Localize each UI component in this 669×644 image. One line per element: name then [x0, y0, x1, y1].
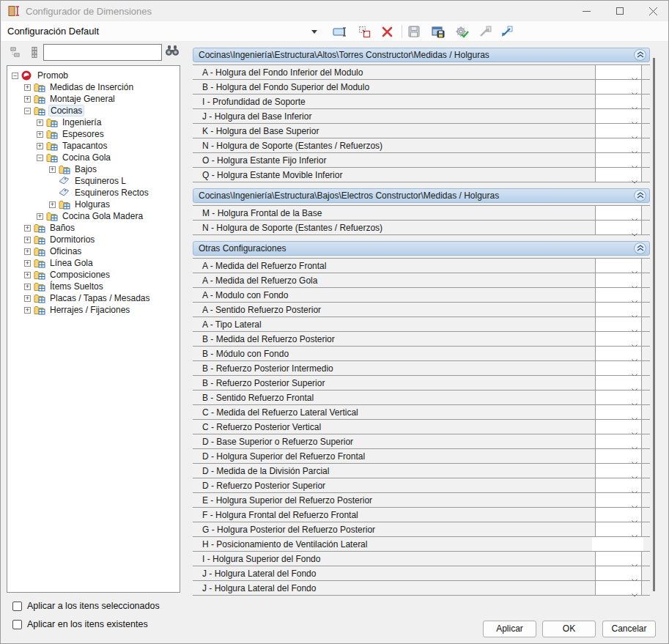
- value-dropdown[interactable]: [595, 317, 642, 331]
- apply-button[interactable]: Aplicar: [483, 621, 536, 637]
- expand-icon[interactable]: +: [24, 307, 31, 314]
- tree-item-esquineros-rectos[interactable]: Esquineros Rectos: [7, 187, 180, 199]
- value-dropdown[interactable]: [595, 508, 642, 522]
- collapse-section-button[interactable]: [634, 243, 646, 254]
- minimize-icon[interactable]: [571, 1, 602, 21]
- expand-icon[interactable]: +: [37, 213, 43, 220]
- scrollbar-thumb[interactable]: [653, 58, 655, 591]
- value-dropdown[interactable]: [595, 303, 642, 317]
- collapse-icon[interactable]: −: [12, 73, 18, 79]
- value-dropdown[interactable]: [595, 552, 642, 566]
- config-dropdown-arrow-icon[interactable]: [306, 24, 322, 39]
- expand-icon[interactable]: +: [24, 237, 31, 243]
- value-dropdown[interactable]: [595, 434, 642, 448]
- tree-item-tapacantos[interactable]: +Tapacantos: [7, 140, 180, 152]
- import-arrow-icon[interactable]: [498, 24, 514, 39]
- value-dropdown[interactable]: [595, 420, 642, 434]
- value-dropdown[interactable]: [595, 478, 642, 492]
- tree-item-cocina-gola-madera[interactable]: +Cocina Gola Madera: [7, 210, 180, 222]
- value-dropdown[interactable]: [595, 206, 642, 220]
- tree-item-promob[interactable]: −Promob: [7, 70, 180, 81]
- value-dropdown[interactable]: [595, 405, 642, 419]
- expand-icon[interactable]: +: [24, 284, 31, 290]
- collapse-icon[interactable]: −: [37, 155, 43, 161]
- value-dropdown[interactable]: [595, 221, 642, 234]
- expand-icon[interactable]: +: [24, 260, 31, 267]
- value-dropdown[interactable]: [595, 288, 642, 302]
- tree-item-ingeniería[interactable]: +Ingeniería: [7, 116, 180, 128]
- checkbox-row-apply-selected[interactable]: Aplicar a los itens seleccionados: [12, 601, 160, 611]
- expand-icon[interactable]: +: [24, 96, 31, 103]
- collapse-icon[interactable]: −: [24, 108, 31, 114]
- tree-item-composiciones[interactable]: +Composiciones: [7, 269, 180, 281]
- cancel-button[interactable]: Cancelar: [602, 621, 656, 637]
- checkbox-icon[interactable]: [12, 620, 22, 629]
- tree-item-esquineros-l[interactable]: Esquineros L: [7, 175, 180, 187]
- gear-check-icon[interactable]: [454, 24, 470, 39]
- value-dropdown[interactable]: [595, 138, 642, 152]
- expand-icon[interactable]: +: [24, 295, 31, 302]
- collapse-all-icon[interactable]: [7, 43, 23, 61]
- value-dropdown[interactable]: [595, 168, 642, 182]
- scrollbar[interactable]: [652, 49, 656, 594]
- tree-item-bajos[interactable]: +Bajos: [7, 163, 180, 175]
- export-arrow-icon[interactable]: [477, 24, 493, 39]
- config-selector[interactable]: Configuración Default: [7, 26, 99, 37]
- value-dropdown[interactable]: [595, 581, 642, 595]
- value-dropdown[interactable]: [595, 95, 642, 108]
- collapse-section-button[interactable]: [634, 49, 646, 61]
- value-dropdown[interactable]: [595, 522, 642, 536]
- binoculars-search-icon[interactable]: [165, 45, 180, 59]
- tree-item-placas-tapas-mesadas[interactable]: +Placas / Tapas / Mesadas: [7, 292, 180, 304]
- expand-icon[interactable]: +: [24, 84, 31, 91]
- tree-item-montaje-general[interactable]: +Montaje General: [7, 93, 180, 105]
- expand-icon[interactable]: +: [37, 131, 43, 138]
- tree-item-ítems-sueltos[interactable]: +Ítems Sueltos: [7, 281, 180, 292]
- rename-config-icon[interactable]: [332, 24, 348, 39]
- value-dropdown[interactable]: [595, 259, 642, 273]
- save-icon[interactable]: [406, 24, 422, 39]
- tree-item-espesores[interactable]: +Espesores: [7, 128, 180, 140]
- value-dropdown[interactable]: [595, 80, 642, 94]
- expand-icon[interactable]: +: [24, 272, 31, 278]
- expand-icon[interactable]: +: [24, 225, 31, 232]
- value-dropdown[interactable]: [595, 109, 642, 123]
- value-dropdown[interactable]: [595, 361, 642, 375]
- expand-icon[interactable]: +: [49, 166, 56, 173]
- value-dropdown[interactable]: [595, 493, 642, 507]
- value-dropdown[interactable]: [595, 391, 642, 404]
- checkbox-icon[interactable]: [12, 602, 22, 611]
- expand-icon[interactable]: +: [37, 143, 43, 149]
- value-dropdown[interactable]: [595, 273, 642, 287]
- tree-item-oficinas[interactable]: +Oficinas: [7, 245, 180, 257]
- value-dropdown[interactable]: [595, 124, 642, 138]
- value-dropdown[interactable]: [595, 449, 642, 463]
- tree-item-medidas-de-inserción[interactable]: +Medidas de Inserción: [7, 81, 180, 93]
- tree-item-baños[interactable]: +Baños: [7, 222, 180, 234]
- value-dropdown[interactable]: [595, 347, 642, 360]
- tree-search-input[interactable]: [43, 44, 162, 61]
- tree-item-holguras[interactable]: +Holguras: [7, 199, 180, 210]
- value-dropdown[interactable]: [595, 566, 642, 580]
- tree-item-cocina-gola[interactable]: −Cocina Gola: [7, 152, 180, 163]
- collapse-section-button[interactable]: [634, 190, 646, 201]
- value-dropdown[interactable]: [595, 153, 642, 167]
- tree-item-dormitorios[interactable]: +Dormitorios: [7, 234, 180, 245]
- value-field[interactable]: [592, 537, 643, 551]
- expand-all-icon[interactable]: [26, 43, 42, 61]
- ok-button[interactable]: OK: [542, 621, 596, 637]
- maximize-icon[interactable]: [605, 1, 635, 21]
- value-dropdown[interactable]: [595, 464, 642, 478]
- expand-icon[interactable]: +: [37, 119, 43, 126]
- close-icon[interactable]: [637, 1, 668, 21]
- tree-item-herrajes-fijaciones[interactable]: +Herrajes / Fijaciones: [7, 304, 180, 316]
- delete-config-icon[interactable]: [379, 24, 395, 39]
- value-dropdown[interactable]: [595, 65, 642, 79]
- expand-icon[interactable]: +: [49, 201, 56, 208]
- save-database-icon[interactable]: [430, 24, 446, 39]
- tree-item-cocinas[interactable]: −Cocinas: [7, 105, 180, 116]
- duplicate-config-icon[interactable]: [356, 24, 372, 39]
- tree-item-línea-gola[interactable]: +Línea Gola: [7, 257, 180, 269]
- checkbox-row-apply-existing[interactable]: Aplicar en los itens existentes: [12, 619, 148, 629]
- value-dropdown[interactable]: [595, 376, 642, 390]
